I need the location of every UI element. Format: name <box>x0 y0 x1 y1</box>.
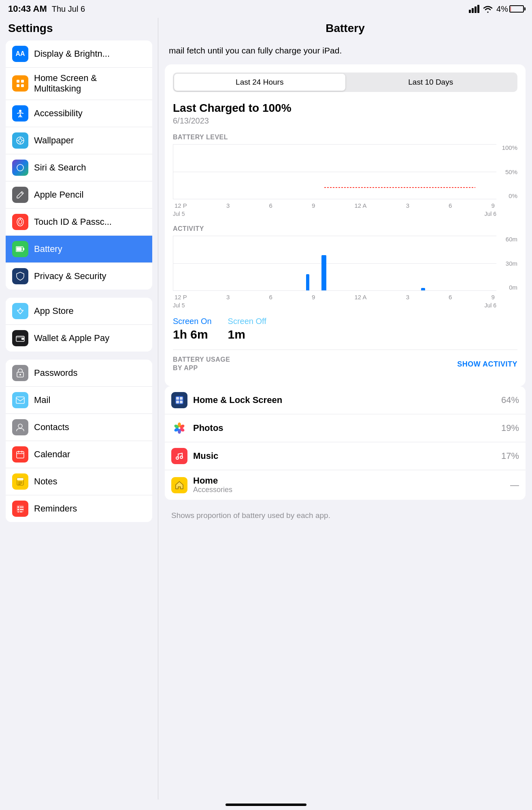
sidebar-item-passwords[interactable]: Passwords <box>6 360 152 387</box>
status-bar: 10:43 AM Thu Jul 6 4% <box>0 0 532 18</box>
activity-chart-area <box>173 236 496 291</box>
ax-label-3: 3 <box>226 294 230 301</box>
battery-chart-area <box>173 144 496 199</box>
battery-icon <box>509 5 524 13</box>
music-name-text: Music <box>193 451 501 461</box>
svg-rect-6 <box>17 84 19 87</box>
battery-menu-icon-svg <box>16 246 25 252</box>
battery-usage-header: BATTERY USAGEBY APP SHOW ACTIVITY <box>173 350 517 378</box>
sidebar-item-wallpaper[interactable]: Wallpaper <box>6 127 152 154</box>
reminders-label: Reminders <box>34 503 77 514</box>
usage-item-music[interactable]: Music 17% <box>165 442 526 470</box>
display-icon: AA <box>12 46 28 62</box>
sidebar-item-homescreen[interactable]: Home Screen &Multitasking <box>6 68 152 100</box>
svg-point-58 <box>176 457 179 459</box>
mail-label: Mail <box>34 395 50 405</box>
pencil-icon-svg <box>16 191 24 199</box>
svg-rect-25 <box>21 338 24 340</box>
homelock-pct: 64% <box>501 395 519 405</box>
ax-label-9: 9 <box>312 294 315 301</box>
sidebar-item-siri[interactable]: Siri & Search <box>6 154 152 181</box>
sidebar: Settings AA Display & Brightn... Home Sc… <box>0 18 158 799</box>
reminders-icon <box>12 501 28 517</box>
svg-rect-21 <box>17 247 22 251</box>
segment-10days[interactable]: Last 10 Days <box>345 74 517 91</box>
wallpaper-icon-svg <box>16 136 25 145</box>
svg-point-42 <box>18 511 19 512</box>
battery-bars-container <box>173 144 475 189</box>
activity-bar-tall <box>321 255 326 291</box>
usage-item-home[interactable]: Home Accessories — <box>165 470 526 500</box>
last-charged-title: Last Charged to 100% <box>173 102 517 115</box>
sidebar-item-appstore[interactable]: App Store <box>6 298 152 325</box>
activity-label: ACTIVITY <box>173 225 517 232</box>
svg-rect-4 <box>17 80 19 83</box>
photos-name-text: Photos <box>193 423 501 433</box>
svg-point-10 <box>19 139 22 142</box>
wifi-icon <box>483 5 493 13</box>
sidebar-item-accessibility[interactable]: Accessibility <box>6 100 152 127</box>
home-indicator[interactable] <box>226 804 306 806</box>
photos-app-icon <box>171 420 187 436</box>
wallet-label: Wallet & Apple Pay <box>34 333 109 343</box>
sidebar-item-reminders[interactable]: Reminders <box>6 495 152 522</box>
svg-rect-39 <box>17 505 24 512</box>
calendar-label: Calendar <box>34 449 70 460</box>
ax-label-12a: 12 A <box>354 294 366 301</box>
notes-icon <box>12 473 28 490</box>
grid-line-0 <box>173 199 496 199</box>
accessibility-icon-svg <box>16 109 25 118</box>
battery-date-jul6: Jul 6 <box>484 211 496 217</box>
battery-status: 4% <box>496 4 524 14</box>
sidebar-item-battery[interactable]: Battery <box>6 236 152 263</box>
settings-group-3: Passwords Mail Contacts <box>6 360 152 522</box>
battery-x-labels: 12 P 3 6 9 12 A 3 6 9 <box>173 202 496 209</box>
activity-bar-medium <box>306 274 309 291</box>
sidebar-item-privacy[interactable]: Privacy & Security <box>6 263 152 290</box>
usage-item-homelock[interactable]: Home & Lock Screen 64% <box>165 386 526 414</box>
sidebar-item-pencil[interactable]: Apple Pencil <box>6 181 152 209</box>
wallpaper-label: Wallpaper <box>34 135 74 146</box>
screen-off-block: Screen Off 1m <box>228 317 266 341</box>
sidebar-item-calendar[interactable]: Calendar <box>6 441 152 468</box>
usage-item-photos[interactable]: Photos 19% <box>165 414 526 442</box>
homescreen-icon <box>12 75 28 92</box>
activity-date-labels: Jul 5 Jul 6 <box>173 302 517 317</box>
activity-y-labels: 60m 30m 0m <box>498 236 517 291</box>
contacts-label: Contacts <box>34 422 69 433</box>
contacts-icon-svg <box>16 423 25 432</box>
svg-rect-50 <box>180 401 183 403</box>
wallet-icon <box>12 330 28 346</box>
svg-point-8 <box>19 110 21 112</box>
sidebar-item-touchid[interactable]: Touch ID & Passc... <box>6 209 152 236</box>
homelock-name-text: Home & Lock Screen <box>193 395 501 405</box>
display-label: Display & Brightn... <box>34 49 110 59</box>
homescreen-icon-svg <box>16 79 25 88</box>
status-date: Thu Jul 6 <box>52 4 85 14</box>
segment-24hours[interactable]: Last 24 Hours <box>174 74 345 91</box>
activity-bar-small <box>421 288 425 291</box>
sidebar-item-wallet[interactable]: Wallet & Apple Pay <box>6 325 152 352</box>
activity-date-jul6: Jul 6 <box>484 302 496 309</box>
accessibility-label: Accessibility <box>34 108 83 119</box>
svg-rect-49 <box>176 401 179 403</box>
svg-rect-30 <box>17 452 24 458</box>
screen-stats: Screen On 1h 6m Screen Off 1m <box>173 317 517 341</box>
show-activity-button[interactable]: SHOW ACTIVITY <box>457 360 517 369</box>
battery-fill <box>511 6 511 11</box>
svg-rect-22 <box>23 248 24 250</box>
mail-icon <box>12 392 28 408</box>
music-name: Music <box>193 451 501 461</box>
home-app-icon <box>171 477 187 493</box>
sidebar-item-notes[interactable]: Notes <box>6 468 152 495</box>
x-label-3a: 3 <box>226 202 230 209</box>
x-label-3b: 3 <box>406 202 409 209</box>
sidebar-item-contacts[interactable]: Contacts <box>6 414 152 441</box>
y-label-100: 100% <box>502 144 517 151</box>
sidebar-item-mail[interactable]: Mail <box>6 387 152 414</box>
settings-group-1: AA Display & Brightn... Home Screen &Mul… <box>6 40 152 290</box>
status-icons: 4% <box>469 4 524 14</box>
activity-x-labels: 12 P 3 6 9 12 A 3 6 9 <box>173 294 496 301</box>
sidebar-item-display[interactable]: AA Display & Brightn... <box>6 40 152 68</box>
activity-y-0: 0m <box>509 284 517 291</box>
